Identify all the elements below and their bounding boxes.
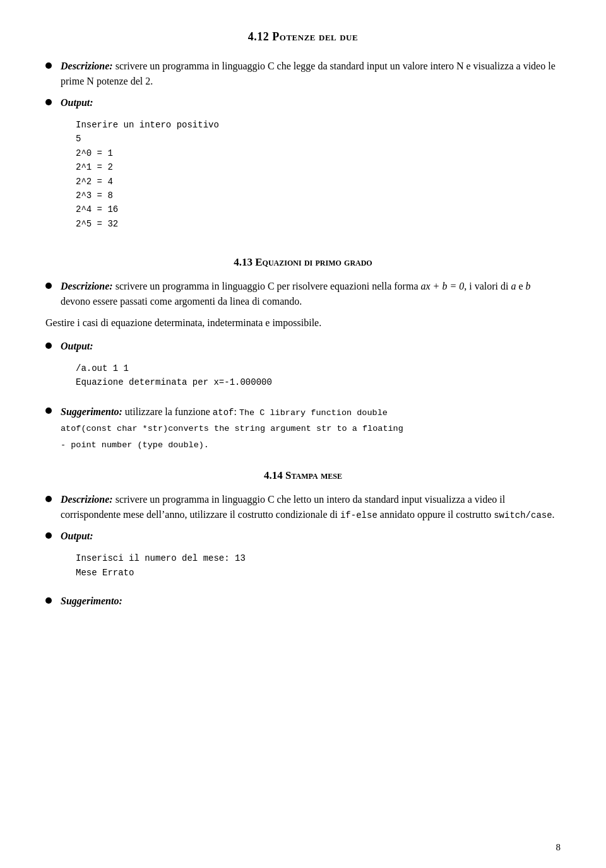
output-label-4-13: Output:: [61, 341, 93, 351]
section-heading-4-14: 4.14 Stampa mese: [45, 469, 561, 482]
output-4-14: Output: Inserisci il numero del mese: 13…: [45, 529, 561, 587]
equation-cases-text: Gestire i casi di equazione determinata,…: [45, 315, 561, 331]
output-code-4-12: Inserire un intero positivo 5 2^0 = 1 2^…: [76, 118, 561, 231]
output-label: Output:: [61, 97, 93, 108]
section-heading-4-13: 4.13 Equazioni di primo grado: [45, 256, 561, 269]
page-title: 4.12 Potenze del due: [45, 30, 561, 44]
output-code-4-13: /a.out 1 1 Equazione determinata per x=-…: [76, 361, 561, 390]
description-label: Descrizione:: [61, 61, 113, 71]
description-text: scrivere un programma in linguaggio C ch…: [61, 61, 556, 86]
hint-4-14: Suggerimento:: [45, 594, 561, 609]
description-text-4-14: scrivere un programma in linguaggio C ch…: [61, 494, 555, 520]
hint-4-13: Suggerimento: utilizzare la funzione ato…: [45, 404, 561, 452]
description-4-13: Descrizione: scrivere un programma in li…: [45, 279, 561, 309]
bullet-icon: [45, 343, 52, 349]
bullet-icon: [45, 62, 52, 69]
description-4-14: Descrizione: scrivere un programma in li…: [45, 492, 561, 522]
description-label-4-14: Descrizione:: [61, 494, 113, 505]
bullet-icon: [45, 496, 52, 502]
switch-case-code: switch/case: [494, 510, 552, 520]
description-text-4-13: scrivere un programma in linguaggio C pe…: [61, 281, 531, 307]
hint-label-4-13: Suggerimento:: [61, 406, 122, 417]
output-4-13: Output: /a.out 1 1 Equazione determinata…: [45, 339, 561, 397]
bullet-icon: [45, 532, 52, 539]
atof-inline-code: atof: [213, 408, 234, 418]
description-label-4-13: Descrizione:: [61, 281, 113, 291]
description-4-12: Descrizione: scrivere un programma in li…: [45, 59, 561, 89]
page-title-text: 4.12 Potenze del due: [248, 30, 358, 43]
output-4-12: Output: Inserire un intero positivo 5 2^…: [45, 95, 561, 238]
bullet-icon: [45, 99, 52, 105]
page-number: 8: [556, 842, 561, 853]
bullet-icon: [45, 408, 52, 414]
output-label-4-14: Output:: [61, 531, 93, 541]
bullet-icon: [45, 283, 52, 289]
hint-label-4-14: Suggerimento:: [61, 595, 122, 606]
output-code-4-14: Inserisci il numero del mese: 13 Mese Er…: [76, 551, 561, 580]
if-else-code: if-else: [340, 510, 377, 520]
bullet-icon: [45, 597, 52, 604]
